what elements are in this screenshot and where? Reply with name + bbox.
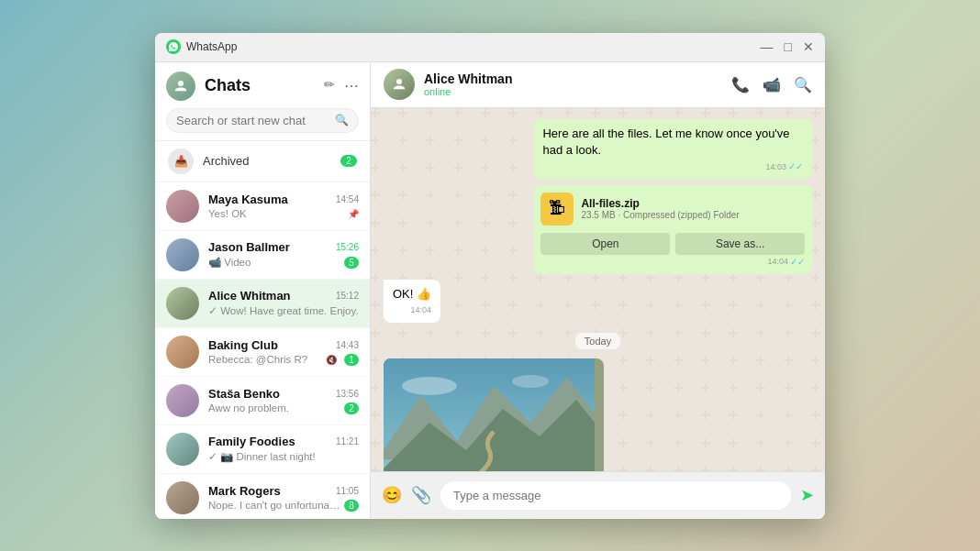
message-sent-1: Here are all the files. Let me know once… <box>533 119 812 180</box>
chat-name-baking: Baking Club <box>208 338 278 352</box>
chat-item-maya[interactable]: Maya Kasuma 14:54 Yes! OK 📌 <box>155 182 370 231</box>
chat-messages: Here are all the files. Let me know once… <box>371 108 825 471</box>
chat-list: 📥 Archived 2 Maya Kasuma 14:54 Yes! OK <box>155 141 370 519</box>
chat-name-jason: Jason Ballmer <box>208 240 290 254</box>
archived-count: 2 <box>340 155 357 167</box>
message-time-received-1: 14:04 <box>410 304 431 316</box>
chat-item-baking[interactable]: Baking Club 14:43 Rebecca: @Chris R? 🔇 1 <box>155 328 370 377</box>
chat-preview-alice: ✓ Wow! Have great time. Enjoy. <box>208 304 359 317</box>
chat-name-stasa: Staša Benko <box>208 387 280 401</box>
avatar-family <box>166 433 199 466</box>
chat-header-info: Alice Whitman online <box>424 72 731 97</box>
voice-call-icon[interactable]: 📞 <box>731 76 750 94</box>
app-body: Chats ✏ ⋯ 🔍 📥 Archived 2 <box>155 62 825 519</box>
file-details: All-files.zip 23.5 MB · Compressed (zipp… <box>581 197 739 220</box>
chat-info-stasa: Staša Benko 13:56 Aww no problem. 2 <box>208 387 359 414</box>
avatar-stasa <box>166 384 199 417</box>
attach-icon[interactable]: 📎 <box>411 485 431 505</box>
chat-time-jason: 15:26 <box>336 242 359 252</box>
svg-point-3 <box>402 377 457 395</box>
avatar-maya <box>166 190 199 223</box>
search-input[interactable] <box>176 114 335 127</box>
chat-time-baking: 14:43 <box>336 340 359 350</box>
sidebar-actions: ✏ ⋯ <box>324 77 359 94</box>
chat-item-mark[interactable]: Mark Rogers 11:05 Nope. I can't go unfor… <box>155 474 370 519</box>
chat-header: Alice Whitman online 📞 📹 🔍 <box>371 62 825 108</box>
emoji-icon[interactable]: 😊 <box>382 485 402 505</box>
chat-preview-maya: Yes! OK <box>208 208 344 219</box>
chat-time-alice: 15:12 <box>336 291 359 301</box>
message-text-received-1: OK! 👍 <box>393 287 431 301</box>
archive-icon: 📥 <box>168 149 194 174</box>
title-bar: WhatsApp — □ ✕ <box>155 33 825 62</box>
svg-point-4 <box>512 375 549 388</box>
search-box[interactable]: 🔍 <box>166 108 359 133</box>
file-ticks: ✓✓ <box>790 257 805 267</box>
my-avatar[interactable] <box>166 72 195 101</box>
unread-jason: 5 <box>344 257 359 269</box>
maximize-button[interactable]: □ <box>785 39 792 54</box>
more-options-icon[interactable]: ⋯ <box>344 77 359 94</box>
photo-container: So beautiful here! 15:06 <box>384 358 604 471</box>
file-name: All-files.zip <box>581 197 739 210</box>
chat-name-alice: Alice Whitman <box>208 289 291 303</box>
pin-icon-maya: 📌 <box>348 209 359 219</box>
chat-contact-status: online <box>424 86 731 97</box>
photo-image <box>384 358 595 471</box>
chat-item-jason[interactable]: Jason Ballmer 15:26 📹 Video 5 <box>155 231 370 280</box>
send-button[interactable]: ➤ <box>800 485 814 505</box>
avatar-jason <box>166 238 199 271</box>
avatar-mark <box>166 481 199 514</box>
chat-area: Alice Whitman online 📞 📹 🔍 Here are all … <box>371 62 825 519</box>
chat-time-stasa: 13:56 <box>336 389 359 399</box>
chat-info-jason: Jason Ballmer 15:26 📹 Video 5 <box>208 240 359 269</box>
open-file-button[interactable]: Open <box>540 233 670 255</box>
app-window: WhatsApp — □ ✕ Chats ✏ ⋯ <box>155 33 825 519</box>
file-size: 23.5 MB · Compressed (zipped) Folder <box>581 210 739 220</box>
chat-input-bar: 😊 📎 ➤ <box>371 471 825 519</box>
chat-info-baking: Baking Club 14:43 Rebecca: @Chris R? 🔇 1 <box>208 338 359 366</box>
chat-header-actions: 📞 📹 🔍 <box>731 76 812 94</box>
file-attachment: 🗜 All-files.zip 23.5 MB · Compressed (zi… <box>533 185 812 274</box>
date-badge: Today <box>575 333 620 349</box>
chat-time-mark: 11:05 <box>336 486 359 496</box>
chat-preview-family: ✓ 📷 Dinner last night! <box>208 450 359 463</box>
chat-item-alice[interactable]: Alice Whitman 15:12 ✓ Wow! Have great ti… <box>155 280 370 328</box>
chat-name-mark: Mark Rogers <box>208 484 281 498</box>
sidebar-title: Chats <box>205 76 324 95</box>
close-button[interactable]: ✕ <box>803 39 814 54</box>
archived-label: Archived <box>203 154 340 168</box>
message-time-1: 14:03 <box>765 161 786 173</box>
app-logo <box>166 39 181 54</box>
chat-contact-name: Alice Whitman <box>424 72 731 86</box>
message-text-1: Here are all the files. Let me know once… <box>542 127 789 157</box>
chat-info-alice: Alice Whitman 15:12 ✓ Wow! Have great ti… <box>208 289 359 317</box>
video-call-icon[interactable]: 📹 <box>763 76 781 94</box>
search-chat-icon[interactable]: 🔍 <box>794 76 812 94</box>
avatar-alice <box>166 287 199 320</box>
chat-item-family[interactable]: Family Foodies 11:21 ✓ 📷 Dinner last nig… <box>155 425 370 474</box>
save-file-button[interactable]: Save as... <box>675 233 805 255</box>
message-received-1: OK! 👍 14:04 <box>384 280 440 323</box>
chat-item-stasa[interactable]: Staša Benko 13:56 Aww no problem. 2 <box>155 377 370 425</box>
chat-preview-mark: Nope. I can't go unfortunately. <box>208 500 340 511</box>
archived-row[interactable]: 📥 Archived 2 <box>155 141 370 182</box>
search-icon: 🔍 <box>335 114 349 127</box>
chat-name-family: Family Foodies <box>208 435 295 448</box>
minimize-button[interactable]: — <box>761 39 774 54</box>
file-type-icon: 🗜 <box>540 193 574 226</box>
file-time: 14:04 <box>767 257 788 266</box>
message-input[interactable] <box>440 481 791 510</box>
chat-preview-stasa: Aww no problem. <box>208 402 340 413</box>
chat-info-maya: Maya Kasuma 14:54 Yes! OK 📌 <box>208 193 359 219</box>
chat-preview-jason: 📹 Video <box>208 256 340 269</box>
chat-time-maya: 14:54 <box>336 194 359 204</box>
sidebar: Chats ✏ ⋯ 🔍 📥 Archived 2 <box>155 62 371 519</box>
chat-header-avatar <box>384 69 415 100</box>
unread-baking: 1 <box>344 354 359 366</box>
chat-info-mark: Mark Rogers 11:05 Nope. I can't go unfor… <box>208 484 359 512</box>
sidebar-header: Chats ✏ ⋯ 🔍 <box>155 62 370 141</box>
chat-name-maya: Maya Kasuma <box>208 193 288 206</box>
file-actions: Open Save as... <box>540 233 805 255</box>
new-chat-icon[interactable]: ✏ <box>324 77 335 94</box>
